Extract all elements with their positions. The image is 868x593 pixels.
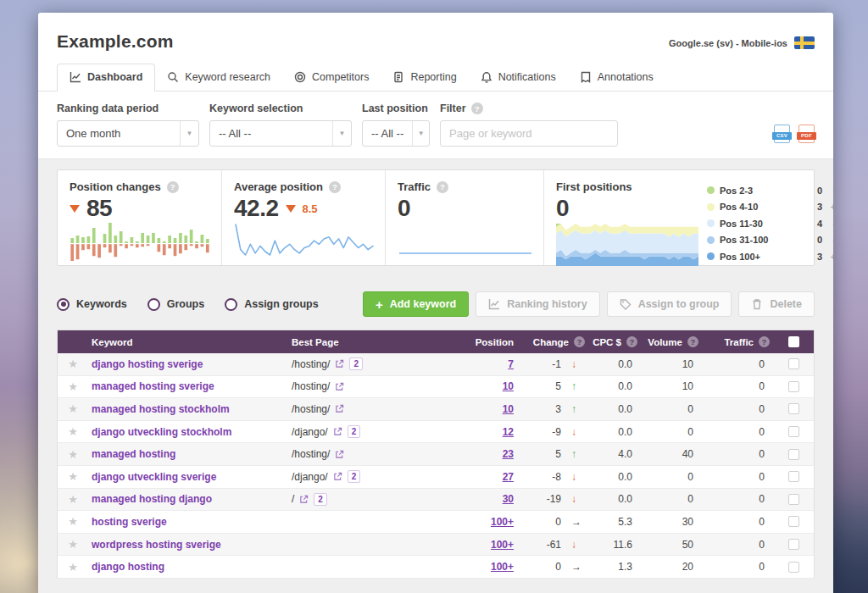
position-link[interactable]: 12 xyxy=(503,426,514,438)
tab-notifications[interactable]: Notifications xyxy=(469,64,568,91)
position-link[interactable]: 30 xyxy=(503,493,514,505)
favorite-star-icon[interactable]: ★ xyxy=(58,448,88,461)
position-link[interactable]: 27 xyxy=(503,471,514,483)
ranking-history-button[interactable]: Ranking history xyxy=(476,291,599,317)
traffic-value: 0 xyxy=(702,516,773,528)
external-link-icon[interactable] xyxy=(335,359,344,369)
pages-count-badge[interactable]: 2 xyxy=(349,357,363,370)
legend-item[interactable]: Pos 100+ 3 +1 xyxy=(707,248,833,265)
favorite-star-icon[interactable]: ★ xyxy=(58,357,88,370)
favorite-star-icon[interactable]: ★ xyxy=(58,380,88,393)
row-checkbox[interactable] xyxy=(788,403,799,414)
favorite-star-icon[interactable]: ★ xyxy=(58,515,88,528)
row-checkbox[interactable] xyxy=(788,494,799,505)
keyword-link[interactable]: wordpress hosting sverige xyxy=(92,539,221,551)
position-link[interactable]: 100+ xyxy=(491,516,514,528)
radio-groups[interactable]: Groups xyxy=(147,298,204,311)
search-engine-profile[interactable]: Google.se (sv) - Mobile-ios xyxy=(669,36,815,49)
keyword-link[interactable]: django hosting sverige xyxy=(92,358,203,370)
tab-dashboard[interactable]: Dashboard xyxy=(57,64,155,91)
row-checkbox[interactable] xyxy=(788,539,799,550)
volume-value: 10 xyxy=(641,358,702,370)
legend-item[interactable]: Pos 2-3 0 -1 xyxy=(707,182,833,199)
external-link-icon[interactable] xyxy=(335,404,344,413)
keyword-link[interactable]: django utveckling stockholm xyxy=(92,426,231,438)
favorite-star-icon[interactable]: ★ xyxy=(58,402,88,415)
traffic-help-icon[interactable]: ? xyxy=(437,181,448,193)
col-cpc[interactable]: CPC $ ? xyxy=(588,336,641,347)
radio-keywords[interactable]: Keywords xyxy=(57,298,127,311)
keyword-selection-select[interactable]: -- All -- ▼ xyxy=(209,120,352,147)
col-keyword[interactable]: Keyword xyxy=(88,337,288,347)
keyword-link[interactable]: managed hosting xyxy=(92,448,175,460)
filter-input[interactable] xyxy=(440,120,618,147)
keywords-table: Keyword Best Page Position Change ? CPC … xyxy=(57,330,815,579)
col-position[interactable]: Position xyxy=(463,337,522,347)
radio-assign-groups[interactable]: Assign groups xyxy=(225,298,319,311)
keyword-link[interactable]: managed hosting django xyxy=(92,493,212,505)
pages-count-badge[interactable]: 2 xyxy=(348,470,361,483)
row-checkbox[interactable] xyxy=(788,449,799,460)
row-checkbox[interactable] xyxy=(788,358,799,369)
tab-competitors[interactable]: Competitors xyxy=(282,64,381,91)
legend-item[interactable]: Pos 31-100 0 -1 xyxy=(707,232,833,249)
external-link-icon[interactable] xyxy=(335,382,344,391)
filter-help-icon[interactable]: ? xyxy=(471,103,483,114)
row-checkbox[interactable] xyxy=(788,516,799,527)
traffic-help-icon[interactable]: ? xyxy=(759,336,770,347)
position-changes-help-icon[interactable]: ? xyxy=(167,181,179,193)
assign-to-group-button[interactable]: Assign to group xyxy=(607,291,732,317)
external-link-icon[interactable] xyxy=(333,472,342,481)
keyword-link[interactable]: django utveckling sverige xyxy=(92,471,216,483)
delete-button[interactable]: Delete xyxy=(738,291,815,317)
col-best-page[interactable]: Best Page xyxy=(288,337,463,347)
row-checkbox[interactable] xyxy=(788,471,799,482)
favorite-star-icon[interactable]: ★ xyxy=(58,470,88,483)
col-change[interactable]: Change ? xyxy=(522,336,588,347)
last-position-select[interactable]: -- All -- ▼ xyxy=(362,120,430,147)
select-all-checkbox[interactable] xyxy=(788,336,799,347)
tab-label: Notifications xyxy=(498,71,556,83)
favorite-star-icon[interactable]: ★ xyxy=(58,493,88,506)
col-volume[interactable]: Volume ? xyxy=(641,336,702,347)
keyword-link[interactable]: managed hosting sverige xyxy=(92,380,214,392)
favorite-star-icon[interactable]: ★ xyxy=(58,425,88,438)
change-help-icon[interactable]: ? xyxy=(574,336,585,347)
average-position-help-icon[interactable]: ? xyxy=(329,181,341,193)
volume-help-icon[interactable]: ? xyxy=(687,336,698,347)
external-link-icon[interactable] xyxy=(333,427,342,436)
position-link[interactable]: 10 xyxy=(503,380,514,392)
tab-label: Reporting xyxy=(410,71,456,83)
keyword-link[interactable]: managed hosting stockholm xyxy=(92,403,230,415)
row-checkbox[interactable] xyxy=(788,426,799,437)
cpc-help-icon[interactable]: ? xyxy=(626,336,637,347)
position-link[interactable]: 100+ xyxy=(491,561,514,573)
tab-keyword-research[interactable]: Keyword research xyxy=(155,64,282,91)
table-row: ★managed hosting/hosting/235↑4.0400 xyxy=(58,443,814,466)
position-link[interactable]: 100+ xyxy=(491,539,514,551)
pages-count-badge[interactable]: 2 xyxy=(348,425,361,438)
period-select[interactable]: One month ▼ xyxy=(57,120,199,147)
position-link[interactable]: 7 xyxy=(508,358,514,370)
legend-item[interactable]: Pos 4-10 3 +2 xyxy=(707,199,833,216)
position-link[interactable]: 23 xyxy=(503,448,514,460)
pages-count-badge[interactable]: 2 xyxy=(314,493,327,506)
export-csv-icon[interactable]: CSV xyxy=(774,125,790,143)
row-checkbox[interactable] xyxy=(788,562,799,573)
export-pdf-icon[interactable]: PDF xyxy=(798,125,815,143)
external-link-icon[interactable] xyxy=(299,495,309,504)
keyword-link[interactable]: hosting sverige xyxy=(92,516,167,528)
average-position-sparkline xyxy=(234,222,375,259)
tab-annotations[interactable]: Annotations xyxy=(568,64,665,91)
col-traffic[interactable]: Traffic ? xyxy=(702,336,773,347)
add-keyword-button[interactable]: + Add keyword xyxy=(363,291,469,317)
favorite-star-icon[interactable]: ★ xyxy=(58,561,88,574)
keyword-link[interactable]: django hosting xyxy=(92,561,164,573)
external-link-icon[interactable] xyxy=(335,450,344,459)
position-link[interactable]: 10 xyxy=(503,403,514,415)
legend-item[interactable]: Pos 11-30 4 -1 xyxy=(707,215,833,232)
tab-reporting[interactable]: Reporting xyxy=(381,64,468,91)
favorite-star-icon[interactable]: ★ xyxy=(58,538,88,551)
row-checkbox[interactable] xyxy=(788,381,799,392)
tab-label: Competitors xyxy=(312,71,369,83)
